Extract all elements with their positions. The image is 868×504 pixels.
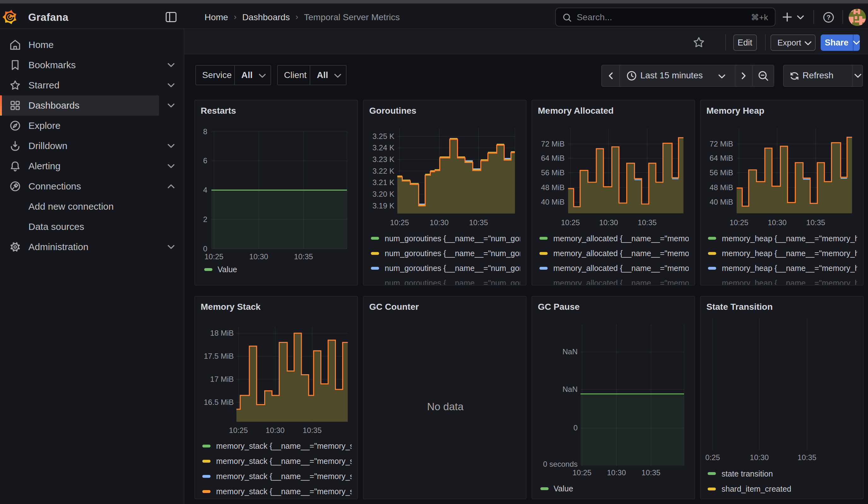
svg-text:?: ? — [827, 13, 831, 21]
